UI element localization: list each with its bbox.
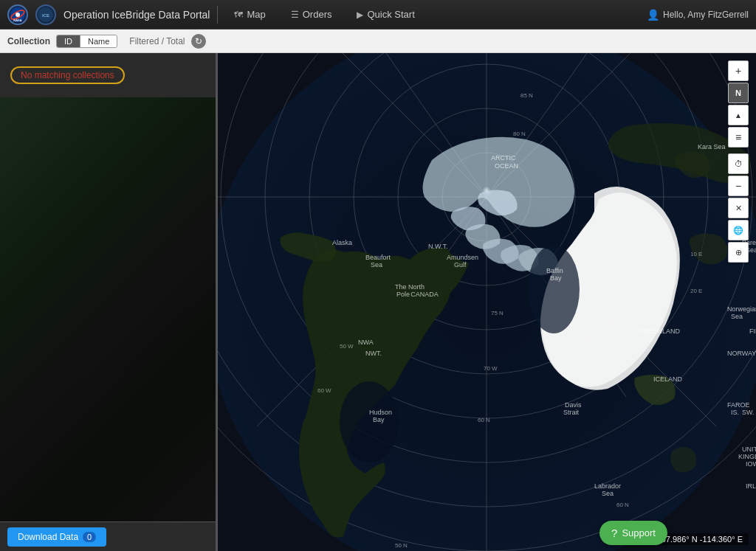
- name-tab-button[interactable]: Name: [80, 35, 117, 47]
- svg-text:ARCTIC: ARCTIC: [491, 154, 516, 162]
- svg-text:Bay: Bay: [550, 274, 562, 282]
- svg-text:Beaufort: Beaufort: [365, 254, 391, 261]
- no-matching-message: No matching collections: [10, 66, 125, 84]
- id-tab-button[interactable]: ID: [57, 35, 80, 47]
- svg-text:Labrador: Labrador: [594, 482, 621, 490]
- pan-up-button[interactable]: ▲: [728, 105, 749, 125]
- app-title: Operation IceBridge Data Portal: [63, 9, 210, 21]
- svg-text:Norwegian: Norwegian: [727, 305, 756, 313]
- map-controls: + N ▲ ≡ ⏱ − ✕ 🌐: [728, 60, 749, 263]
- svg-text:60 N: 60 N: [478, 417, 490, 423]
- svg-text:Kara Sea: Kara Sea: [698, 143, 726, 150]
- svg-point-30: [528, 245, 580, 333]
- map-svg: CANADA Alaska ARCTIC OCEAN GREENLAND N.W…: [218, 53, 756, 551]
- svg-text:20 E: 20 E: [690, 288, 702, 294]
- target-button[interactable]: ⊕: [728, 242, 749, 263]
- svg-text:Sea: Sea: [731, 313, 743, 320]
- svg-text:60 W: 60 W: [317, 387, 331, 394]
- download-count-badge: 0: [83, 532, 96, 542]
- svg-text:N.W.T.: N.W.T.: [428, 243, 448, 250]
- globe-button[interactable]: 🌐: [728, 220, 749, 240]
- close-button[interactable]: ✕: [728, 198, 749, 218]
- svg-point-2: [16, 13, 20, 17]
- svg-text:CANADA: CANADA: [410, 291, 439, 298]
- coordinates-display: 67.986° N -114.360° E: [656, 533, 749, 545]
- svg-text:NWA: NWA: [358, 339, 374, 346]
- svg-text:75 N: 75 N: [491, 310, 504, 316]
- support-button[interactable]: ? Support: [599, 521, 667, 545]
- svg-text:Davis: Davis: [565, 401, 582, 409]
- orders-icon: ☰: [291, 10, 299, 20]
- nav-divider: [217, 6, 218, 24]
- time-button[interactable]: ⏱: [728, 153, 749, 174]
- svg-text:Alaska: Alaska: [332, 239, 352, 246]
- svg-text:70 W: 70 W: [484, 365, 498, 372]
- svg-text:Sea: Sea: [371, 261, 382, 268]
- support-icon: ?: [611, 527, 617, 539]
- layers-button[interactable]: ≡: [728, 127, 749, 148]
- user-icon: 👤: [647, 9, 659, 21]
- download-button[interactable]: Download Data 0: [7, 527, 106, 547]
- map-tab[interactable]: 🗺 Map: [225, 6, 274, 23]
- icebridge-logo-icon: ICE: [35, 4, 56, 25]
- svg-point-29: [340, 381, 399, 462]
- quickstart-tab[interactable]: ▶ Quick Start: [348, 6, 423, 23]
- svg-text:NASA: NASA: [13, 18, 21, 22]
- svg-text:85 N: 85 N: [520, 92, 533, 99]
- svg-text:NWT.: NWT.: [365, 350, 382, 357]
- svg-text:50 W: 50 W: [340, 343, 354, 350]
- map-icon: 🗺: [234, 10, 243, 20]
- north-button[interactable]: N: [728, 83, 749, 103]
- svg-text:OCEAN: OCEAN: [495, 162, 518, 170]
- collection-label: Collection: [7, 36, 50, 46]
- zoom-out-button[interactable]: −: [728, 176, 749, 196]
- svg-text:ICE: ICE: [42, 13, 49, 18]
- svg-text:UNITED: UNITED: [742, 446, 756, 453]
- svg-text:GREENLAND: GREENLAND: [639, 328, 681, 335]
- svg-text:IRL.: IRL.: [746, 482, 756, 490]
- refresh-button[interactable]: ↻: [191, 34, 206, 49]
- svg-text:IS.: IS.: [731, 409, 739, 416]
- svg-text:Sea: Sea: [602, 490, 614, 497]
- svg-text:10 E: 10 E: [690, 251, 702, 257]
- view-toggle: ID Name: [56, 35, 117, 48]
- svg-text:NORWAY: NORWAY: [727, 350, 756, 357]
- svg-text:Hudson: Hudson: [369, 409, 392, 416]
- zoom-in-button[interactable]: +: [728, 60, 749, 81]
- svg-text:80 N: 80 N: [513, 131, 526, 137]
- svg-text:ICELAND: ICELAND: [653, 375, 683, 383]
- svg-text:Gulf: Gulf: [454, 261, 467, 268]
- svg-text:The North: The North: [395, 283, 425, 291]
- top-navigation: NASA ICE Operation IceBridge Data Portal…: [0, 0, 756, 30]
- user-info: 👤 Hello, Amy FitzGerrell: [647, 9, 749, 21]
- svg-text:Amundsen: Amundsen: [447, 254, 478, 261]
- main-content: No matching collections ? Download Data …: [0, 53, 756, 551]
- svg-text:60 N: 60 N: [616, 502, 629, 508]
- secondary-bar: Collection ID Name Filtered / Total ↻: [0, 30, 756, 53]
- nasa-logo-icon: NASA: [7, 4, 28, 25]
- quickstart-icon: ▶: [357, 10, 363, 20]
- svg-text:50 N: 50 N: [395, 542, 408, 549]
- svg-text:Baffin: Baffin: [546, 267, 563, 274]
- svg-text:IOWAN: IOWAN: [746, 460, 756, 468]
- svg-text:FINLANI: FINLANI: [749, 328, 756, 335]
- left-panel: No matching collections ? Download Data …: [0, 53, 218, 551]
- svg-text:FAROE: FAROE: [727, 401, 750, 409]
- left-panel-background: [0, 97, 216, 551]
- svg-text:Strait: Strait: [563, 409, 580, 416]
- filter-label: Filtered / Total: [129, 36, 185, 46]
- svg-text:Bay: Bay: [373, 416, 385, 423]
- orders-tab[interactable]: ☰ Orders: [282, 6, 341, 23]
- svg-text:KINGDOM: KINGDOM: [738, 453, 756, 460]
- download-bar: Download Data 0: [0, 521, 218, 551]
- svg-text:Pole: Pole: [396, 291, 410, 298]
- svg-text:SW.: SW.: [742, 409, 755, 416]
- map-area[interactable]: CANADA Alaska ARCTIC OCEAN GREENLAND N.W…: [218, 53, 756, 551]
